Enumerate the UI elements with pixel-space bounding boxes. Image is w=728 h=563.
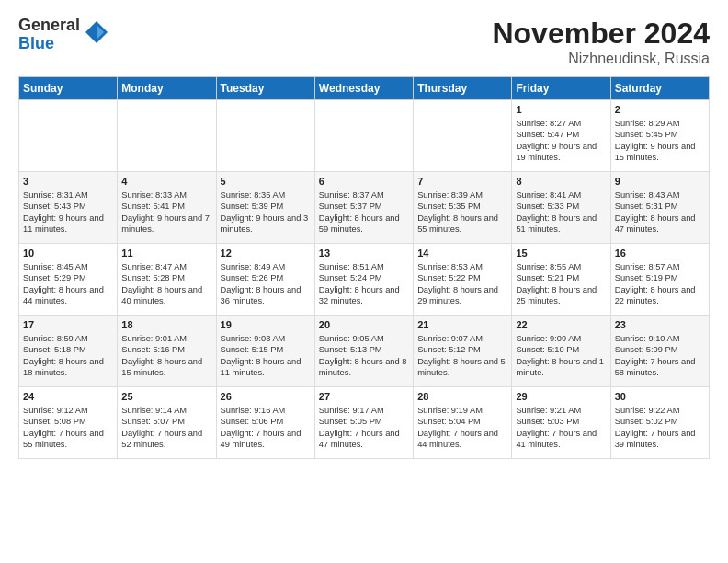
calendar-week-3: 17Sunrise: 8:59 AMSunset: 5:18 PMDayligh… xyxy=(19,316,710,387)
day-number: 14 xyxy=(417,247,507,260)
day-detail: Daylight: 8 hours and 5 minutes. xyxy=(417,356,507,379)
page: General Blue November 2024 Nizhneudinsk,… xyxy=(0,0,728,563)
calendar-week-1: 3Sunrise: 8:31 AMSunset: 5:43 PMDaylight… xyxy=(19,172,710,244)
day-detail: Sunrise: 9:09 AM xyxy=(516,333,606,345)
day-number: 8 xyxy=(516,175,606,189)
calendar-cell xyxy=(19,100,118,172)
day-number: 12 xyxy=(221,247,311,260)
calendar-cell: 6Sunrise: 8:37 AMSunset: 5:37 PMDaylight… xyxy=(314,172,413,244)
calendar-cell: 4Sunrise: 8:33 AMSunset: 5:41 PMDaylight… xyxy=(118,172,216,244)
calendar-cell: 27Sunrise: 9:17 AMSunset: 5:05 PMDayligh… xyxy=(314,387,413,459)
day-detail: Sunset: 5:24 PM xyxy=(319,272,409,284)
day-detail: Daylight: 8 hours and 36 minutes. xyxy=(221,284,311,307)
day-number: 29 xyxy=(516,390,606,404)
calendar-cell: 11Sunrise: 8:47 AMSunset: 5:28 PMDayligh… xyxy=(118,244,216,316)
day-number: 9 xyxy=(615,175,705,189)
header-thursday: Thursday xyxy=(414,77,512,100)
day-number: 1 xyxy=(516,103,606,117)
day-detail: Daylight: 8 hours and 32 minutes. xyxy=(319,284,409,307)
day-detail: Daylight: 9 hours and 15 minutes. xyxy=(615,141,705,164)
header-tuesday: Tuesday xyxy=(216,77,314,100)
day-number: 4 xyxy=(121,175,211,189)
day-detail: Daylight: 8 hours and 40 minutes. xyxy=(121,284,211,307)
calendar-cell: 28Sunrise: 9:19 AMSunset: 5:04 PMDayligh… xyxy=(414,387,512,459)
logo: General Blue xyxy=(18,17,109,53)
header-sunday: Sunday xyxy=(19,77,118,100)
day-detail: Sunrise: 9:17 AM xyxy=(319,405,409,417)
day-detail: Sunrise: 8:55 AM xyxy=(516,261,606,273)
day-detail: Daylight: 7 hours and 58 minutes. xyxy=(615,356,705,379)
calendar-cell: 13Sunrise: 8:51 AMSunset: 5:24 PMDayligh… xyxy=(314,244,413,316)
day-detail: Sunrise: 8:39 AM xyxy=(417,190,507,201)
day-detail: Sunset: 5:21 PM xyxy=(516,272,606,284)
day-number: 20 xyxy=(319,318,409,332)
calendar-cell: 15Sunrise: 8:55 AMSunset: 5:21 PMDayligh… xyxy=(512,244,610,316)
day-number: 26 xyxy=(221,390,311,404)
day-number: 24 xyxy=(23,390,113,404)
header-friday: Friday xyxy=(512,77,610,100)
calendar-cell: 7Sunrise: 8:39 AMSunset: 5:35 PMDaylight… xyxy=(414,172,512,244)
day-detail: Sunrise: 8:59 AM xyxy=(23,333,113,345)
day-detail: Sunset: 5:04 PM xyxy=(417,416,507,428)
day-number: 11 xyxy=(121,247,211,260)
day-detail: Sunrise: 8:47 AM xyxy=(121,261,211,273)
calendar-cell: 3Sunrise: 8:31 AMSunset: 5:43 PMDaylight… xyxy=(19,172,118,244)
day-detail: Sunrise: 9:07 AM xyxy=(417,333,507,345)
day-detail: Sunrise: 9:14 AM xyxy=(121,405,211,417)
day-detail: Sunset: 5:15 PM xyxy=(221,344,311,356)
day-detail: Sunset: 5:31 PM xyxy=(615,201,705,213)
day-detail: Sunrise: 8:33 AM xyxy=(121,190,211,201)
day-detail: Daylight: 7 hours and 47 minutes. xyxy=(319,428,409,451)
day-number: 6 xyxy=(319,175,409,189)
logo-icon xyxy=(84,19,109,45)
day-detail: Daylight: 8 hours and 29 minutes. xyxy=(417,284,507,307)
day-detail: Sunrise: 8:45 AM xyxy=(23,261,113,273)
day-detail: Daylight: 8 hours and 44 minutes. xyxy=(23,284,113,307)
day-detail: Daylight: 8 hours and 1 minute. xyxy=(516,356,606,379)
day-detail: Daylight: 7 hours and 49 minutes. xyxy=(221,428,311,451)
day-detail: Daylight: 9 hours and 19 minutes. xyxy=(516,141,606,164)
day-detail: Sunset: 5:29 PM xyxy=(23,272,113,284)
day-detail: Sunrise: 8:29 AM xyxy=(615,118,705,130)
day-number: 28 xyxy=(417,390,507,404)
day-detail: Sunset: 5:02 PM xyxy=(615,416,705,428)
calendar-cell: 2Sunrise: 8:29 AMSunset: 5:45 PMDaylight… xyxy=(610,100,709,172)
calendar-cell xyxy=(216,100,314,172)
day-detail: Daylight: 8 hours and 47 minutes. xyxy=(615,213,705,236)
day-number: 22 xyxy=(516,318,606,332)
day-number: 3 xyxy=(23,175,113,189)
logo-blue: Blue xyxy=(18,35,80,53)
day-number: 18 xyxy=(121,318,211,332)
day-detail: Sunset: 5:12 PM xyxy=(417,344,507,356)
day-detail: Sunrise: 8:53 AM xyxy=(417,261,507,273)
header-monday: Monday xyxy=(118,77,216,100)
day-detail: Daylight: 9 hours and 3 minutes. xyxy=(221,213,311,236)
calendar-cell: 16Sunrise: 8:57 AMSunset: 5:19 PMDayligh… xyxy=(610,244,709,316)
header-row: Sunday Monday Tuesday Wednesday Thursday… xyxy=(19,77,710,100)
day-detail: Sunrise: 8:51 AM xyxy=(319,261,409,273)
day-detail: Sunset: 5:33 PM xyxy=(516,201,606,213)
day-detail: Sunrise: 8:31 AM xyxy=(23,190,113,201)
day-detail: Daylight: 8 hours and 25 minutes. xyxy=(516,284,606,307)
calendar-cell: 25Sunrise: 9:14 AMSunset: 5:07 PMDayligh… xyxy=(118,387,216,459)
calendar-cell: 26Sunrise: 9:16 AMSunset: 5:06 PMDayligh… xyxy=(216,387,314,459)
calendar-cell: 17Sunrise: 8:59 AMSunset: 5:18 PMDayligh… xyxy=(19,316,118,387)
day-number: 10 xyxy=(23,247,113,260)
calendar-week-2: 10Sunrise: 8:45 AMSunset: 5:29 PMDayligh… xyxy=(19,244,710,316)
day-number: 27 xyxy=(319,390,409,404)
calendar-week-0: 1Sunrise: 8:27 AMSunset: 5:47 PMDaylight… xyxy=(19,100,710,172)
day-number: 13 xyxy=(319,247,409,260)
day-detail: Sunrise: 9:12 AM xyxy=(23,405,113,417)
day-detail: Sunset: 5:43 PM xyxy=(23,201,113,213)
calendar-cell: 19Sunrise: 9:03 AMSunset: 5:15 PMDayligh… xyxy=(216,316,314,387)
calendar-table: Sunday Monday Tuesday Wednesday Thursday… xyxy=(18,76,710,459)
calendar-cell: 1Sunrise: 8:27 AMSunset: 5:47 PMDaylight… xyxy=(512,100,610,172)
day-detail: Sunset: 5:19 PM xyxy=(615,272,705,284)
calendar-week-4: 24Sunrise: 9:12 AMSunset: 5:08 PMDayligh… xyxy=(19,387,710,459)
calendar-cell xyxy=(314,100,413,172)
calendar-cell: 29Sunrise: 9:21 AMSunset: 5:03 PMDayligh… xyxy=(512,387,610,459)
day-detail: Sunrise: 9:21 AM xyxy=(516,405,606,417)
header-wednesday: Wednesday xyxy=(314,77,413,100)
day-detail: Sunrise: 9:19 AM xyxy=(417,405,507,417)
logo-text: General Blue xyxy=(18,17,80,53)
